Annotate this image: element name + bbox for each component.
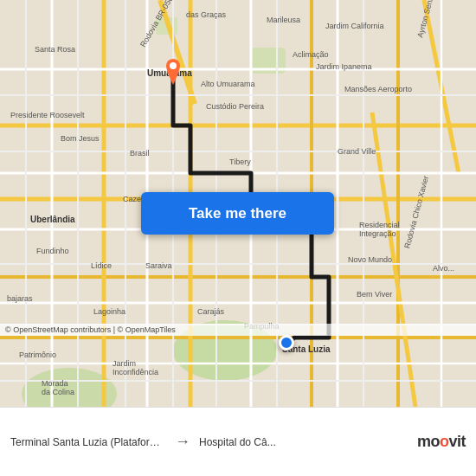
moovit-logo: moovit (417, 433, 466, 451)
bottom-bar: Terminal Santa Luzia (Plataform... → Hos… (0, 407, 476, 476)
route-info: Terminal Santa Luzia (Plataform... → Hos… (10, 433, 410, 451)
svg-point-38 (170, 62, 177, 69)
route-origin: Terminal Santa Luzia (Plataform... (10, 436, 166, 448)
moovit-brand-text: moovit (417, 433, 466, 451)
route-arrow-icon: → (175, 433, 190, 451)
take-me-there-button[interactable]: Take me there (141, 192, 334, 235)
map-container: das Graças Marileusa Jardim California A… (0, 0, 476, 407)
origin-marker (163, 59, 183, 88)
map-attribution: © OpenStreetMap contributors | © OpenMap… (0, 324, 476, 336)
destination-marker (279, 335, 294, 351)
route-destination: Hospital do Câ... (199, 436, 276, 448)
